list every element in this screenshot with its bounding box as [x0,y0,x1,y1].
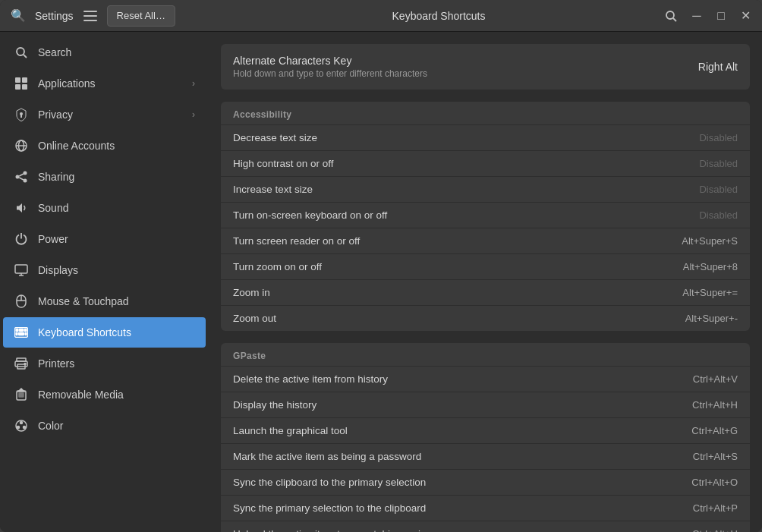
shortcut-zoom-toggle[interactable]: Turn zoom on or off Alt+Super+8 [221,253,750,279]
shortcut-key: Alt+Super+= [682,287,738,298]
shortcut-onscreen-keyboard[interactable]: Turn on-screen keyboard on or off Disabl… [221,202,750,228]
sidebar-item-mouse-touchpad[interactable]: Mouse & Touchpad [3,286,206,316]
sidebar-item-label: Color [38,420,195,432]
shortcut-label: Sync the clipboard to the primary select… [233,477,426,488]
sidebar-item-label: Privacy [38,109,183,121]
gpaste-section: GPaste Delete the active item from histo… [221,343,750,532]
shortcut-delete-active[interactable]: Delete the active item from history Ctrl… [221,366,750,392]
accessibility-header: Accessibility [221,102,750,124]
shortcut-label: Mark the active item as being a password [233,451,421,462]
sidebar-item-power[interactable]: Power [3,224,206,254]
sidebar-item-label: Power [38,233,195,245]
svg-point-16 [24,172,27,175]
sidebar-item-printers[interactable]: Printers [3,348,206,379]
shortcut-label: Zoom in [233,287,270,298]
window-title: Keyboard Shortcuts [392,10,486,22]
hamburger-button[interactable] [78,4,102,28]
shortcut-key: Disabled [699,209,738,221]
shortcut-increase-text[interactable]: Increase text size Disabled [221,176,750,202]
shortcut-zoom-in[interactable]: Zoom in Alt+Super+= [221,279,750,305]
search-icon [14,45,29,60]
main-content: Alternate Characters Key Hold down and t… [209,32,762,532]
svg-rect-33 [19,333,24,335]
shortcut-sync-primary-clipboard[interactable]: Sync the primary selection to the clipbo… [221,495,750,521]
applications-icon [14,76,29,91]
sidebar-item-label: Applications [38,77,183,90]
minimize-button[interactable]: ─ [686,5,707,27]
sidebar-item-label: Online Accounts [38,140,195,152]
sharing-icon [14,169,29,184]
svg-rect-8 [22,77,27,83]
sidebar-item-search[interactable]: Search [3,37,206,68]
sidebar-item-applications[interactable]: Applications › [3,68,206,99]
svg-rect-34 [25,333,27,335]
svg-point-38 [24,364,26,365]
shortcut-mark-password[interactable]: Mark the active item as being a password… [221,443,750,469]
svg-line-19 [19,174,24,176]
shortcut-key: Ctrl+Alt+H [692,399,738,411]
shortcut-zoom-out[interactable]: Zoom out Alt+Super+- [221,305,750,331]
close-icon: ✕ [741,8,751,23]
sound-icon [14,200,29,216]
svg-rect-10 [22,84,27,90]
titlebar-search-button[interactable]: 🔍 [6,4,30,28]
sidebar-item-label: Sound [38,202,195,214]
search-icon [665,10,677,22]
mouse-touchpad-icon [14,294,29,309]
sidebar-item-label: Mouse & Touchpad [38,295,195,307]
sidebar-item-label: Keyboard Shortcuts [38,326,195,338]
sidebar-item-privacy[interactable]: Privacy › [3,99,206,130]
alt-char-key-card[interactable]: Alternate Characters Key Hold down and t… [221,44,750,90]
titlebar-search-icon: 🔍 [11,8,26,23]
svg-rect-41 [19,393,24,397]
svg-rect-29 [16,329,18,332]
shortcut-key: Ctrl+Alt+G [691,425,738,436]
svg-rect-30 [20,329,24,332]
shortcut-sync-clipboard-primary[interactable]: Sync the clipboard to the primary select… [221,469,750,495]
svg-point-5 [17,48,24,55]
reset-all-label: Reset All… [117,10,165,21]
maximize-button[interactable]: □ [710,5,732,27]
gpaste-header: GPaste [221,343,750,366]
printers-icon [14,356,29,371]
svg-point-17 [16,175,20,179]
shortcut-label: Zoom out [233,313,276,324]
shortcut-key: Alt+Super+S [682,235,738,247]
shortcut-key: Ctrl+Alt+V [693,373,738,385]
sidebar-item-removable-media[interactable]: Removable Media [3,379,206,410]
svg-line-20 [19,178,24,180]
minimize-icon: ─ [692,9,701,23]
shortcut-upload-pastebin[interactable]: Upload the active item to a pastebin ser… [221,521,750,532]
header-search-button[interactable] [659,4,683,28]
shortcut-key: Disabled [699,184,738,195]
svg-line-6 [24,55,27,58]
svg-rect-2 [83,20,97,21]
svg-rect-0 [83,11,97,12]
sidebar-item-sound[interactable]: Sound [3,193,206,223]
shortcut-decrease-text[interactable]: Decrease text size Disabled [221,124,750,150]
sidebar-item-online-accounts[interactable]: Online Accounts [3,131,206,161]
shortcut-launch-graphical[interactable]: Launch the graphical tool Ctrl+Alt+G [221,417,750,443]
removable-media-icon [14,387,29,402]
svg-rect-31 [24,329,27,332]
shortcut-label: Increase text size [233,184,313,195]
sidebar-item-displays[interactable]: Displays [3,255,206,285]
alt-char-key-subtitle: Hold down and type to enter different ch… [233,68,427,79]
shortcut-high-contrast[interactable]: High contrast on or off Disabled [221,150,750,176]
sidebar-item-keyboard-shortcuts[interactable]: Keyboard Shortcuts [3,317,206,348]
sidebar-item-label: Printers [38,357,195,370]
shortcut-screen-reader[interactable]: Turn screen reader on or off Alt+Super+S [221,228,750,253]
shortcut-display-history[interactable]: Display the history Ctrl+Alt+H [221,392,750,417]
accessibility-section: Accessibility Decrease text size Disable… [221,102,750,331]
reset-all-button[interactable]: Reset All… [107,5,175,27]
titlebar-center: Keyboard Shortcuts [219,9,659,23]
sidebar: Search Applications › [0,32,209,532]
online-accounts-icon [14,138,29,153]
sidebar-item-color[interactable]: Color [3,411,206,441]
shortcut-label: High contrast on or off [233,158,334,169]
shortcut-key: Ctrl+Alt+S [693,451,738,462]
close-button[interactable]: ✕ [735,5,756,27]
sidebar-item-sharing[interactable]: Sharing [3,162,206,192]
window: 🔍 Settings Reset All… Keyboard Shortcuts [0,0,762,532]
titlebar-right: ─ □ ✕ [659,4,756,28]
